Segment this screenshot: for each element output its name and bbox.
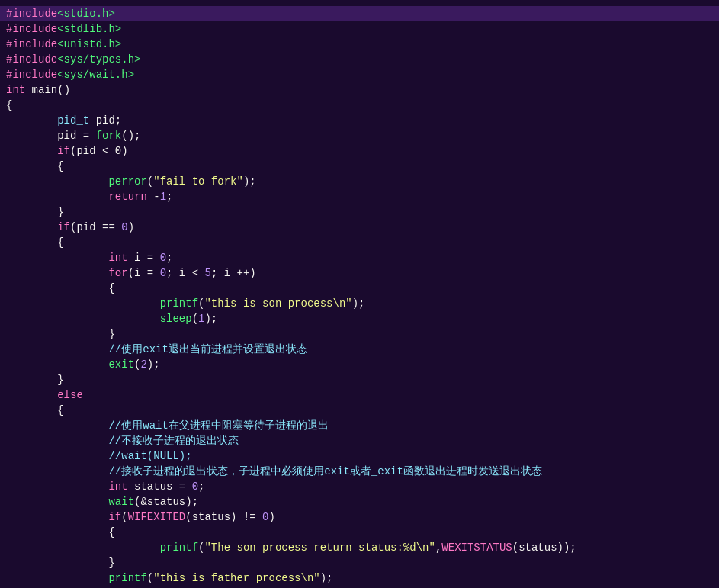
code-line-19: { xyxy=(0,281,719,296)
token-printf-1-close: ); xyxy=(352,296,365,311)
token-indent-19 xyxy=(6,281,108,296)
code-line-22: } xyxy=(0,326,719,342)
code-line-15: if(pid == 0) xyxy=(0,220,719,235)
token-semi-13: ; xyxy=(166,189,172,204)
token-indent-30 xyxy=(6,448,108,464)
token-indent-20 xyxy=(6,296,160,311)
token-int-i: int xyxy=(108,250,127,265)
token-brace-19: { xyxy=(108,281,114,296)
code-line-8: pid_t pid; xyxy=(0,113,719,128)
token-int-main: int xyxy=(6,82,25,98)
code-line-3: #include<unistd.h> xyxy=(0,37,719,52)
code-line-33: wait(&status); xyxy=(0,494,719,509)
token-for-semi1: ; i < xyxy=(166,265,204,281)
token-string-father: "this is father process\n" xyxy=(153,570,319,586)
token-perror: perror xyxy=(108,174,146,189)
token-comment-wait: //使用wait在父进程中阻塞等待子进程的退出 xyxy=(108,418,328,433)
token-brace-open: { xyxy=(6,98,12,113)
code-line-17: int i = 0; xyxy=(0,250,719,265)
token-status-assign: status = xyxy=(128,479,192,494)
token-brace-close-14: } xyxy=(57,204,63,220)
token-string-fail: "fail to fork" xyxy=(153,174,243,189)
code-editor: #include<stdio.h> #include<stdlib.h> #in… xyxy=(0,0,719,588)
token-indent-33 xyxy=(6,494,108,509)
token-sleep-paren: ( xyxy=(192,311,198,326)
token-indent-9 xyxy=(6,128,57,143)
token-if-2: if xyxy=(57,220,70,235)
code-line-20: printf("this is son process\n"); xyxy=(0,296,719,311)
token-printf-2-comma: , xyxy=(435,540,441,555)
token-semi-32: ; xyxy=(198,479,204,494)
token-indent-35 xyxy=(6,525,108,540)
token-include-2: #include xyxy=(6,21,57,37)
token-if-3: if xyxy=(108,509,121,525)
token-if-close-2: ) xyxy=(128,220,134,235)
token-printf-2: printf xyxy=(160,540,198,555)
token-printf-3-close: ); xyxy=(320,570,333,586)
code-line-12: perror("fail to fork"); xyxy=(0,174,719,189)
token-file-5: <sys/wait.h> xyxy=(57,67,134,82)
token-i-assign: i = xyxy=(128,250,160,265)
token-exit-2: 2 xyxy=(140,357,146,372)
token-include-4: #include xyxy=(6,52,57,67)
token-indent-25 xyxy=(6,372,57,387)
token-semi-17: ; xyxy=(166,250,172,265)
token-printf-1-open: ( xyxy=(198,296,204,311)
token-indent-23 xyxy=(6,342,108,357)
token-fork: fork xyxy=(96,128,122,143)
code-line-5: #include<sys/wait.h> xyxy=(0,67,719,82)
code-line-32: int status = 0; xyxy=(0,479,719,494)
token-minus-1: - xyxy=(147,189,160,204)
token-printf-2-open: ( xyxy=(198,540,204,555)
token-indent-27 xyxy=(6,403,57,418)
token-for: for xyxy=(108,265,127,281)
token-for-semi2: ; i ++) xyxy=(211,265,256,281)
token-indent-22 xyxy=(6,326,108,342)
token-string-son: "this is son process\n" xyxy=(204,296,351,311)
token-include-5: #include xyxy=(6,67,57,82)
token-fork-paren: (); xyxy=(121,128,140,143)
token-indent-15 xyxy=(6,220,57,235)
token-if-paren-3-close: ) xyxy=(269,509,275,525)
code-line-4: #include<sys/types.h> xyxy=(0,52,719,67)
token-indent-18 xyxy=(6,265,108,281)
token-pid-var: pid; xyxy=(89,113,121,128)
code-line-9: pid = fork(); xyxy=(0,128,719,143)
token-wifexited-paren: (status) != xyxy=(185,509,262,525)
token-indent-8 xyxy=(6,113,57,128)
token-sleep-1: 1 xyxy=(198,311,204,326)
token-return-1: return xyxy=(108,189,146,204)
token-wait: wait xyxy=(108,494,134,509)
token-if-1: if xyxy=(57,143,70,159)
code-line-25: } xyxy=(0,372,719,387)
token-for-paren: (i = xyxy=(128,265,160,281)
code-line-6: int main() xyxy=(0,82,719,98)
token-comment-recv-status: //接收子进程的退出状态，子进程中必须使用exit或者_exit函数退出进程时发… xyxy=(108,464,541,479)
token-printf-3: printf xyxy=(108,570,146,586)
token-brace-16: { xyxy=(57,235,63,250)
token-indent-16 xyxy=(6,235,57,250)
token-wifexited: WIFEXITED xyxy=(128,509,186,525)
code-line-14: } xyxy=(0,204,719,220)
code-line-38: printf("this is father process\n"); xyxy=(0,570,719,586)
token-indent-14 xyxy=(6,204,57,220)
code-line-18: for(i = 0; i < 5; i ++) xyxy=(0,265,719,281)
code-line-37: } xyxy=(0,555,719,570)
token-printf-1: printf xyxy=(160,296,198,311)
token-if-paren-3-open: ( xyxy=(121,509,127,525)
token-sleep: sleep xyxy=(160,311,192,326)
token-comment-exit: //使用exit退出当前进程并设置退出状态 xyxy=(108,342,307,357)
token-include-1: #include xyxy=(6,6,57,21)
token-indent-12 xyxy=(6,174,108,189)
token-indent-21 xyxy=(6,311,160,326)
token-brace-close-25: } xyxy=(57,372,63,387)
token-perror-paren-open: ( xyxy=(147,174,153,189)
token-indent-31 xyxy=(6,464,108,479)
code-line-7: { xyxy=(0,98,719,113)
code-line-35: { xyxy=(0,525,719,540)
token-file-2: <stdlib.h> xyxy=(57,21,121,37)
code-line-2: #include<stdlib.h> xyxy=(0,21,719,37)
token-num-0: 0 xyxy=(121,220,127,235)
code-line-28: //使用wait在父进程中阻塞等待子进程的退出 xyxy=(0,418,719,433)
code-line-31: //接收子进程的退出状态，子进程中必须使用exit或者_exit函数退出进程时发… xyxy=(0,464,719,479)
